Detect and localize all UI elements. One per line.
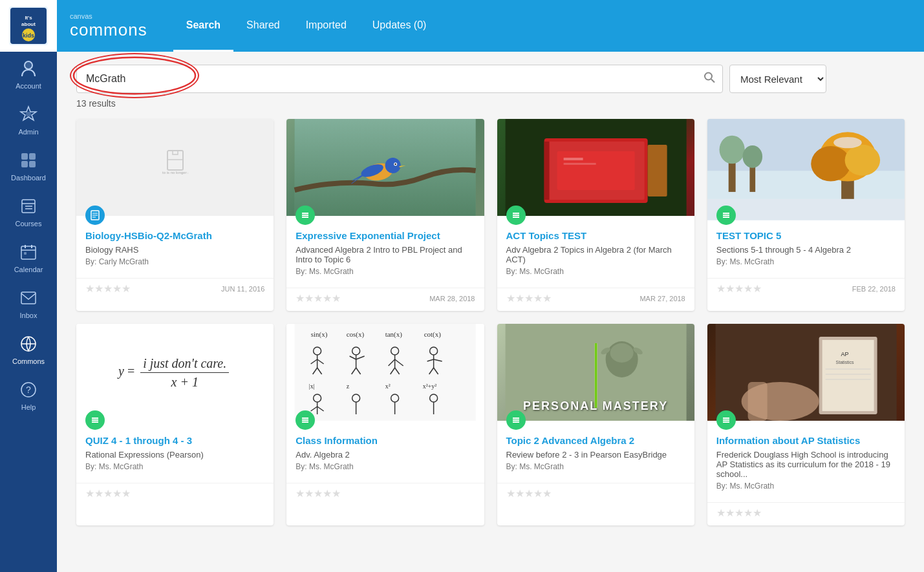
card-3-stars: ★★★★★ (506, 292, 552, 304)
card-5-title: QUIZ 4 - 1 through 4 - 3 (85, 435, 264, 446)
sidebar-item-commons[interactable]: Commons (0, 327, 57, 373)
svg-point-63 (811, 146, 850, 182)
card-7-author: By: Ms. McGrath (506, 462, 685, 471)
svg-text:|x|: |x| (309, 383, 315, 390)
card-4-footer: ★★★★★ FEB 22, 2018 (707, 278, 905, 301)
card-3-date: MAR 27, 2018 (639, 295, 685, 302)
card-1[interactable]: This photo is no longer available Biolog… (76, 119, 274, 311)
card-8-stars: ★★★★★ (716, 507, 762, 519)
card-8-image: AP Statistics (707, 324, 905, 421)
svg-text:Statistics: Statistics (835, 360, 854, 365)
svg-rect-9 (29, 153, 36, 160)
card-3-subtitle: Adv Algebra 2 Topics in Algebra 2 (for M… (506, 245, 685, 264)
sidebar-item-dashboard[interactable]: Dashboard (0, 143, 57, 189)
card-7-stars: ★★★★★ (506, 487, 552, 500)
help-icon: ? (19, 381, 38, 401)
svg-rect-51 (557, 151, 634, 190)
card-1-stars: ★★★★★ (85, 282, 131, 295)
svg-text:about: about (21, 21, 36, 27)
svg-text:sin(x): sin(x) (311, 330, 328, 339)
card-1-title: Biology-HSBio-Q2-McGrath (85, 230, 264, 241)
search-bar-row: Most Relevant (76, 65, 905, 93)
card-2-date: MAR 28, 2018 (429, 295, 475, 302)
card-8[interactable]: AP Statistics (707, 324, 905, 525)
sidebar-item-dashboard-label: Dashboard (11, 174, 46, 182)
personal-mastery-label: PERSONAL MASTERY (497, 399, 694, 413)
card-2-stars: ★★★★★ (295, 292, 341, 304)
card-6-title: Class Information (295, 435, 475, 446)
topnav: canvas commons Search Shared Imported Up… (57, 0, 924, 52)
sidebar-item-help[interactable]: ? Help (0, 373, 57, 419)
card-4-body: TEST TOPIC 5 Sections 5-1 through 5 - 4 … (707, 216, 905, 278)
card-6[interactable]: sin(x) cos(x) tan(x) cot(x) (286, 324, 484, 525)
card-5-badge (85, 410, 105, 430)
card-4-subtitle: Sections 5-1 through 5 - 4 Algebra 2 (716, 245, 896, 255)
svg-text:It's: It's (25, 15, 32, 21)
svg-rect-20 (24, 252, 27, 255)
brand-small: canvas (70, 12, 147, 20)
card-7-title: Topic 2 Advanced Algebra 2 (506, 435, 685, 446)
courses-icon (19, 197, 38, 217)
card-1-body: Biology-HSBio-Q2-McGrath Biology RAHS By… (76, 216, 274, 278)
card-4-badge (716, 206, 736, 225)
sidebar-item-calendar[interactable]: Calendar (0, 235, 57, 281)
card-1-footer: ★★★★★ JUN 11, 2016 (76, 278, 274, 301)
account-icon (19, 59, 38, 79)
card-6-subtitle: Adv. Algebra 2 (295, 450, 475, 460)
card-4-stars: ★★★★★ (716, 282, 762, 295)
logo: It's about kids (0, 0, 57, 52)
svg-point-69 (742, 145, 762, 168)
card-2[interactable]: Expressive Exponential Project Advanced … (286, 119, 484, 311)
svg-point-65 (833, 137, 862, 148)
card-7[interactable]: PERSONAL MASTERY Topic 2 Advanced Algebr… (497, 324, 694, 525)
card-8-subtitle: Frederick Douglass High School is introd… (716, 450, 896, 479)
svg-text:?: ? (26, 385, 31, 395)
sidebar-item-inbox[interactable]: Inbox (0, 281, 57, 327)
sidebar-item-inbox-label: Inbox (20, 312, 38, 319)
card-2-title: Expressive Exponential Project (295, 230, 475, 241)
card-4[interactable]: TEST TOPIC 5 Sections 5-1 through 5 - 4 … (707, 119, 905, 311)
placeholder-icon: This photo is no longer available (162, 149, 188, 184)
card-2-subtitle: Advanced Algebra 2 Intro to PBL Project … (295, 245, 475, 264)
card-3-body: ACT Topics TEST Adv Algebra 2 Topics in … (497, 216, 694, 288)
topnav-link-imported[interactable]: Imported (293, 0, 360, 52)
card-5-image: y = i just don't care. x + 1 (76, 324, 274, 421)
commons-icon (19, 335, 38, 355)
search-submit-button[interactable] (704, 72, 715, 87)
sidebar-item-account[interactable]: Account (0, 52, 57, 98)
card-2-author: By: Ms. McGrath (295, 267, 475, 276)
card-8-title: Information about AP Statistics (716, 435, 896, 446)
card-6-footer: ★★★★★ (286, 483, 484, 506)
card-3-title: ACT Topics TEST (506, 230, 685, 241)
topnav-link-search[interactable]: Search (173, 0, 233, 52)
card-5-footer: ★★★★★ (76, 483, 274, 506)
card-2-body: Expressive Exponential Project Advanced … (286, 216, 484, 288)
search-input[interactable] (76, 65, 723, 93)
sidebar-item-admin[interactable]: Admin (0, 98, 57, 143)
sidebar: It's about kids Account Admin (0, 0, 57, 572)
svg-point-40 (385, 158, 401, 173)
card-8-body: Information about AP Statistics Frederic… (707, 421, 905, 502)
svg-text:This photo is no longer availa: This photo is no longer available (162, 171, 188, 175)
card-1-date: JUN 11, 2016 (221, 285, 264, 293)
svg-rect-8 (21, 153, 28, 160)
dashboard-icon (19, 151, 38, 171)
sidebar-item-courses[interactable]: Courses (0, 189, 57, 235)
card-3[interactable]: ACT Topics TEST Adv Algebra 2 Topics in … (497, 119, 694, 311)
svg-rect-52 (563, 158, 583, 160)
card-5[interactable]: y = i just don't care. x + 1 QUIZ 4 - 1 … (76, 324, 274, 525)
svg-point-43 (395, 164, 396, 165)
sort-select[interactable]: Most Relevant (729, 65, 826, 93)
card-3-badge (506, 206, 526, 225)
card-3-footer: ★★★★★ MAR 27, 2018 (497, 288, 694, 311)
topnav-link-shared[interactable]: Shared (233, 0, 293, 52)
card-7-footer: ★★★★★ (497, 483, 694, 506)
sidebar-item-commons-label: Commons (12, 357, 45, 365)
card-1-badge (85, 206, 105, 225)
topnav-link-updates[interactable]: Updates (0) (360, 0, 440, 52)
svg-rect-29 (167, 151, 183, 170)
svg-text:AP: AP (841, 351, 848, 357)
card-5-subtitle: Rational Expressions (Pearson) (85, 450, 264, 460)
sidebar-item-help-label: Help (21, 403, 36, 411)
svg-text:cos(x): cos(x) (347, 330, 365, 339)
